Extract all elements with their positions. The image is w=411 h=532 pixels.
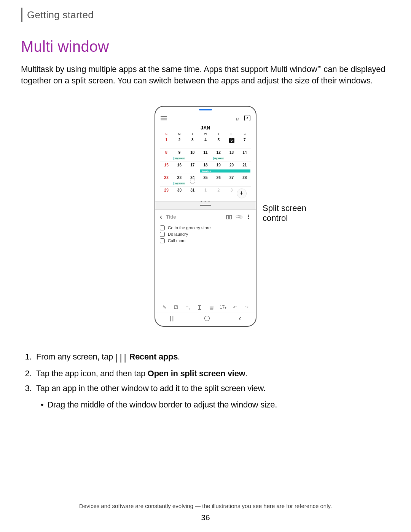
todo-list[interactable]: Go to the grocery store Do laundry Call …	[160, 224, 251, 244]
split-bottom-notes-app: Title ▯▯ Go to the grocery store Do laun…	[155, 210, 256, 313]
back-icon[interactable]	[160, 213, 162, 221]
split-screen-handle[interactable]: • • •	[155, 201, 256, 210]
speaker-slot	[199, 109, 212, 110]
instruction-steps: From any screen, tap | | | Recent apps. …	[34, 350, 390, 412]
list-item: Go to the grocery store	[160, 225, 251, 231]
step-3-bullet: Drag the middle of the window border to …	[38, 398, 390, 412]
redo-icon[interactable]: ↷	[243, 305, 250, 310]
chapter-title: Getting started	[27, 9, 94, 21]
step-3: Tap an app in the other window to add it…	[34, 381, 390, 412]
system-nav-bar: |||	[155, 313, 256, 324]
split-dots-icon: • • •	[201, 199, 210, 203]
font-size-control[interactable]: 17▾	[219, 305, 227, 310]
reader-mode-icon[interactable]: ▯▯	[226, 214, 232, 220]
footer-disclaimer: Devices and software are constantly evol…	[0, 503, 411, 509]
checkbox-tool-icon[interactable]: ☑	[172, 305, 180, 310]
attach-icon[interactable]	[235, 212, 244, 221]
today-badge[interactable]: 6	[244, 115, 250, 121]
phone-mockup: 6 JAN S M T W T F	[155, 106, 256, 327]
nav-back-icon[interactable]	[239, 314, 241, 323]
undo-icon[interactable]: ↶	[231, 305, 239, 310]
step-1: From any screen, tap | | | Recent apps.	[34, 350, 390, 366]
nav-home-icon[interactable]	[204, 316, 210, 321]
split-top-calendar-app: 6 JAN S M T W T F	[155, 114, 256, 201]
font-icon[interactable]: T	[196, 305, 204, 310]
drawing-icon[interactable]: ✎	[161, 305, 168, 310]
more-icon[interactable]	[246, 214, 251, 220]
align-icon[interactable]: ▤	[207, 305, 215, 310]
step-2: Tap the app icon, and then tap Open in s…	[34, 366, 390, 380]
calendar-month: JAN	[160, 125, 251, 131]
checkbox-icon[interactable]	[160, 238, 165, 243]
page-title: Multi window	[21, 38, 390, 55]
add-event-fab[interactable]: +	[237, 189, 247, 198]
illustration-area: Split screen control 6 JAN	[99, 106, 312, 327]
page-number: 36	[0, 513, 411, 522]
checkbox-icon[interactable]	[160, 225, 165, 230]
calendar-grid[interactable]: S M T W T F S 1 2	[160, 131, 251, 201]
list-item: Do laundry	[160, 231, 251, 238]
hamburger-icon[interactable]	[161, 116, 167, 120]
split-screen-callout: Split screen control	[263, 203, 312, 223]
text-style-icon[interactable]: ≡T	[184, 304, 192, 310]
intro-paragraph: Multitask by using multiple apps at the …	[21, 64, 390, 87]
search-icon[interactable]	[234, 115, 241, 121]
trademark: ™	[317, 65, 322, 70]
chapter-header: Getting started	[21, 8, 390, 22]
checkbox-icon[interactable]	[160, 232, 165, 237]
list-item: Call mom	[160, 238, 251, 244]
note-title-placeholder[interactable]: Title	[166, 214, 176, 220]
notes-toolbar: ✎ ☑ ≡T T ▤ 17▾ ↶ ↷	[160, 302, 251, 312]
nav-recents-icon[interactable]: |||	[170, 315, 175, 321]
recent-apps-icon: | | |	[115, 350, 127, 366]
